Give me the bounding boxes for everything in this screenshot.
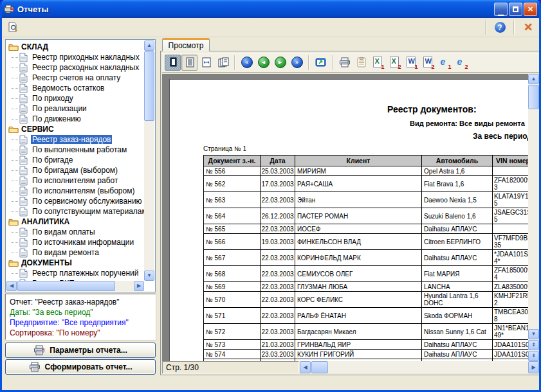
scroll-thumb[interactable] [311, 361, 328, 373]
table-cell: Hyundai Lantra 1,6 DOHC [422, 292, 493, 308]
table-cell: Fiat МАРИЯ [422, 266, 493, 282]
export-excel-2-icon[interactable]: X2 [387, 55, 403, 71]
continuous-view-icon[interactable] [181, 55, 197, 71]
tree-item[interactable]: По исполнителям (выбором) [6, 186, 144, 196]
copy-icon[interactable] [353, 55, 369, 71]
table-cell: № 562 [204, 176, 261, 192]
tree-item[interactable]: Реестр платежных поручений [6, 268, 144, 278]
next-page-scroll-button[interactable]: ⇟ [528, 351, 539, 361]
scroll-left-button[interactable]: ◀ [300, 361, 311, 373]
tree-item[interactable]: Реестр приходных накладных [6, 52, 144, 62]
table-cell: 22.03.2003 [261, 308, 295, 324]
tree-folder[interactable]: СКЛАД [6, 42, 144, 52]
table-row: № 56722.03.2003КОРИНФЕЛЬД МАРКDaihatsu А… [204, 250, 530, 266]
tree-item[interactable]: По бригаде [6, 155, 144, 165]
export-word-2-icon[interactable]: W2 [420, 55, 436, 71]
tree-item[interactable]: По сопутствующим материалам [6, 206, 144, 217]
page-indicator: Стр. 1/30 [162, 361, 298, 373]
tree-vertical-scrollbar[interactable]: ▲ ▼ [144, 40, 154, 281]
table-cell: 23.03.2003 [261, 350, 295, 359]
table-cell: JN1*BEAN149* [493, 324, 530, 340]
table-cell: КОРИНФЕЛЬД МАРК [295, 250, 422, 266]
preview-horizontal-scrollbar[interactable]: ◀ ▶ [300, 361, 539, 373]
table-cell: 22.03.2003 [261, 192, 295, 208]
toolbar-separator [513, 21, 515, 35]
table-cell: МИРИЯМ [295, 166, 422, 176]
report-preview-area[interactable]: Реестр документов: Вид ремонта: Все виды… [162, 74, 529, 361]
table-row: № 56217.03.2003РАЯ+САШАFiat Brava 1,6ZFA… [204, 176, 530, 192]
first-page-icon[interactable]: « [239, 55, 255, 71]
maximize-button[interactable] [509, 3, 522, 16]
minimize-button[interactable]: ▁ [494, 3, 508, 16]
table-row: № 56619.03.2003ФИНКЕЛЬСОН ВЛАДCitroen БЕ… [204, 234, 530, 250]
scroll-thumb[interactable] [17, 281, 115, 291]
scroll-thumb[interactable] [144, 51, 154, 121]
full-screen-icon[interactable] [313, 55, 329, 71]
tree-item[interactable]: Ведомость остатков [6, 83, 144, 93]
report-page-caption: Страница № 1 [203, 145, 246, 152]
next-page-icon[interactable]: ► [272, 55, 288, 71]
tree-item[interactable]: Реестр расходных накладных [6, 62, 144, 73]
preview-vertical-scrollbar[interactable]: ▲ ▼ ⇞ ⇟ [528, 74, 539, 361]
tree-item[interactable]: По источникам информации [6, 237, 144, 247]
scroll-right-button[interactable]: ▶ [528, 361, 539, 373]
tree-item[interactable]: По видам ремонта [6, 247, 144, 258]
printer-icon [29, 362, 41, 372]
report-parameters-button[interactable]: Параметры отчета... [5, 343, 156, 358]
scroll-up-button[interactable]: ▲ [144, 40, 154, 51]
tab-preview[interactable]: Просмотр [162, 38, 210, 51]
scroll-down-button[interactable]: ▼ [528, 329, 539, 339]
tree-folder[interactable]: ДОКУМЕНТЫ [6, 258, 144, 268]
print-preview-icon[interactable] [5, 19, 21, 36]
document-icon [19, 176, 28, 186]
tree-item[interactable]: По реализации [6, 103, 144, 114]
tree-item[interactable]: По приходу [6, 93, 144, 103]
tree-item[interactable]: Реестр заказ-нарядов [6, 134, 144, 145]
close-button[interactable]: ✕ [524, 3, 537, 16]
scroll-right-button[interactable]: ▶ [134, 281, 144, 291]
scroll-left-button[interactable]: ◀ [6, 281, 17, 291]
table-cell: 22.03.2003 [261, 324, 295, 340]
table-cell: Daihatsu АПЛАУС [422, 250, 493, 266]
tree-item[interactable]: Реестр счетов на оплату [6, 73, 144, 83]
scroll-thumb[interactable] [528, 85, 539, 109]
table-header-cell: Клиент [295, 156, 422, 166]
table-cell: СЕМИУСОВ ОЛЕГ [295, 266, 422, 282]
table-cell: JDAA101S0 [493, 350, 530, 359]
scroll-up-button[interactable]: ▲ [528, 74, 539, 84]
last-page-icon[interactable]: » [289, 55, 305, 71]
scroll-down-button[interactable]: ▼ [144, 271, 154, 281]
document-icon [19, 104, 28, 114]
table-cell: № 569 [204, 282, 261, 292]
tree-folder[interactable]: СЕРВИС [6, 124, 144, 134]
table-cell: 17.03.2003 [261, 176, 295, 192]
tree-item[interactable]: По исполнителям работ [6, 175, 144, 186]
tree-folder[interactable]: АНАЛИТИКА [6, 217, 144, 227]
print-icon[interactable] [336, 55, 353, 71]
tree-item[interactable]: По бригадам (выбором) [6, 165, 144, 175]
export-html-1-icon[interactable]: e1 [437, 55, 453, 71]
table-header-cell: Дата [261, 156, 295, 166]
help-button[interactable]: ? [491, 19, 508, 36]
whole-page-view-icon[interactable] [165, 55, 181, 71]
toolbar-separator [234, 55, 235, 70]
tree-item[interactable]: По видам оплаты [6, 227, 144, 237]
table-cell: Opel Astra 1,6 [422, 166, 493, 176]
prev-page-scroll-button[interactable]: ⇞ [528, 340, 539, 350]
tree-horizontal-scrollbar[interactable]: ◀ ▶ [6, 281, 144, 291]
tree-item[interactable]: По движению [6, 114, 144, 124]
multi-page-view-icon[interactable] [215, 55, 231, 71]
close-report-button[interactable]: ✕ [520, 19, 536, 36]
report-table: Документ з.-н.ДатаКлиентАвтомобильVIN но… [203, 155, 529, 361]
table-header-cell: Документ з.-н. [204, 156, 261, 166]
table-cell [493, 166, 530, 176]
table-cell: 25.03.2003 [261, 166, 295, 176]
export-excel-1-icon[interactable]: X1 [370, 55, 386, 71]
prev-page-icon[interactable]: ◄ [255, 55, 271, 71]
tree-item[interactable]: По сервисному обслуживанию [6, 196, 144, 206]
export-html-2-icon[interactable]: e2 [454, 55, 470, 71]
export-word-1-icon[interactable]: W1 [403, 55, 419, 71]
tree-item[interactable]: По выполненным работам [6, 145, 144, 155]
page-width-view-icon[interactable] [198, 55, 214, 71]
generate-report-button[interactable]: Сформировать отчет... [5, 359, 156, 375]
